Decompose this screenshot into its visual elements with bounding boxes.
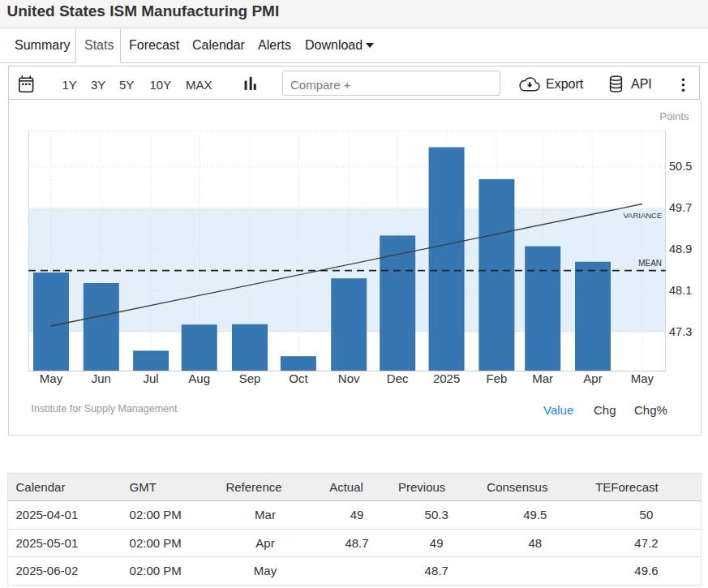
svg-text:Feb: Feb xyxy=(486,371,507,385)
svg-text:Jun: Jun xyxy=(92,371,111,385)
svg-text:Sep: Sep xyxy=(239,371,261,385)
svg-text:VARIANCE: VARIANCE xyxy=(623,211,662,220)
svg-text:48.9: 48.9 xyxy=(669,242,692,255)
svg-text:Oct: Oct xyxy=(289,371,308,385)
svg-text:May: May xyxy=(40,371,63,385)
svg-text:2025: 2025 xyxy=(433,371,460,385)
svg-text:Aug: Aug xyxy=(188,371,210,385)
svg-text:49.7: 49.7 xyxy=(669,201,692,214)
svg-text:Points: Points xyxy=(659,110,689,122)
svg-text:Jul: Jul xyxy=(144,371,159,385)
svg-text:Dec: Dec xyxy=(387,371,409,385)
svg-text:50.5: 50.5 xyxy=(669,160,692,173)
svg-text:May: May xyxy=(631,371,654,385)
svg-text:48.1: 48.1 xyxy=(669,284,692,297)
svg-text:Nov: Nov xyxy=(338,371,360,385)
svg-text:Apr: Apr xyxy=(583,371,602,385)
svg-text:47.3: 47.3 xyxy=(669,325,692,338)
svg-text:Mar: Mar xyxy=(532,371,553,385)
svg-text:MEAN: MEAN xyxy=(638,259,662,268)
